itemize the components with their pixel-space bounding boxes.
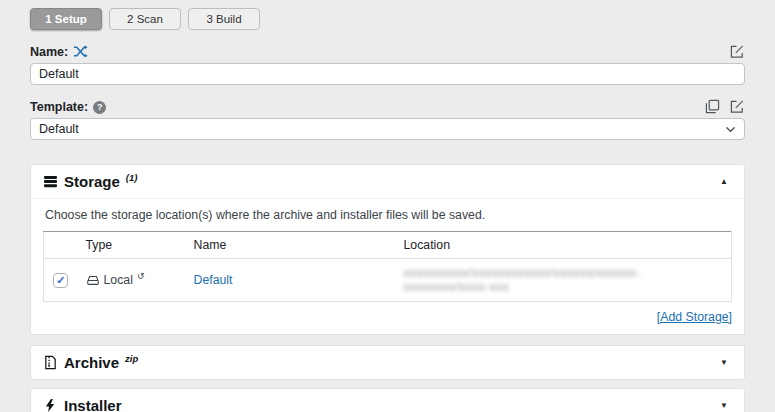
step-tabs: 1 Setup 2 Scan 3 Build: [30, 8, 745, 30]
add-storage-row: [Add Storage]: [31, 302, 744, 334]
storage-count: (1): [126, 172, 138, 183]
storage-location-redacted: xxxxxxxxxx/xxxxxxxxxxxx/xxxxxx/xxxxxx-xx…: [404, 266, 641, 294]
installer-section: Installer ▼: [30, 388, 745, 412]
storage-row-checkbox[interactable]: ✓: [53, 273, 68, 288]
template-label-row: Template: ?: [30, 98, 745, 114]
template-selected-value: Default: [39, 122, 79, 136]
name-label-text: Name:: [30, 45, 68, 59]
storage-table: Type Name Location ✓: [43, 231, 732, 302]
archive-section: Archive zip ▼: [30, 345, 745, 380]
edit-name-icon[interactable]: [730, 44, 745, 59]
storage-name-link[interactable]: Default: [194, 273, 233, 287]
storage-stack-icon: [43, 174, 58, 189]
storage-table-header-row: Type Name Location: [44, 232, 732, 259]
location-column-header: Location: [396, 232, 732, 259]
tab-build[interactable]: 3 Build: [188, 8, 260, 30]
name-label: Name:: [30, 44, 88, 59]
archive-format: zip: [125, 353, 138, 364]
storage-table-row: ✓ Local ↺ Default: [44, 259, 732, 302]
tab-setup[interactable]: 1 Setup: [30, 8, 102, 30]
help-icon[interactable]: ?: [93, 101, 106, 114]
storage-header[interactable]: Storage (1) ▲: [31, 165, 744, 199]
tab-scan[interactable]: 2 Scan: [109, 8, 181, 30]
installer-title-text: Installer: [64, 397, 122, 412]
collapse-up-icon[interactable]: ▲: [720, 177, 732, 186]
collapse-down-icon[interactable]: ▼: [720, 358, 732, 367]
local-drive-icon: [86, 273, 100, 287]
archive-title: Archive zip: [43, 354, 138, 371]
bolt-icon: [43, 398, 58, 412]
storage-description: Choose the storage location(s) where the…: [31, 199, 744, 229]
copy-template-icon[interactable]: [705, 99, 720, 114]
storage-type-cell: Local ↺: [86, 273, 178, 287]
checkbox-column-header: [44, 232, 78, 259]
template-select[interactable]: Default: [30, 118, 745, 140]
installer-title: Installer: [43, 397, 122, 412]
storage-title-text: Storage: [64, 173, 120, 190]
shuffle-icon[interactable]: [73, 44, 88, 59]
name-input[interactable]: [30, 63, 745, 85]
edit-template-icon[interactable]: [730, 99, 745, 114]
name-column-header: Name: [186, 232, 396, 259]
setup-page: 1 Setup 2 Scan 3 Build Name:: [0, 0, 775, 412]
archive-header[interactable]: Archive zip ▼: [31, 346, 744, 379]
storage-type-label: Local: [104, 273, 133, 287]
archive-file-icon: [43, 355, 58, 370]
name-label-row: Name:: [30, 43, 745, 59]
template-label-text: Template:: [30, 100, 88, 114]
restore-icon: ↺: [137, 271, 145, 281]
template-label: Template: ?: [30, 100, 106, 114]
type-column-header: Type: [78, 232, 186, 259]
add-storage-link[interactable]: [Add Storage]: [657, 310, 732, 324]
storage-section: Storage (1) ▲ Choose the storage locatio…: [30, 164, 745, 335]
archive-title-text: Archive: [64, 354, 119, 371]
storage-title: Storage (1): [43, 173, 137, 190]
installer-header[interactable]: Installer ▼: [31, 389, 744, 412]
collapse-down-icon[interactable]: ▼: [720, 401, 732, 410]
chevron-down-icon: [725, 124, 736, 135]
